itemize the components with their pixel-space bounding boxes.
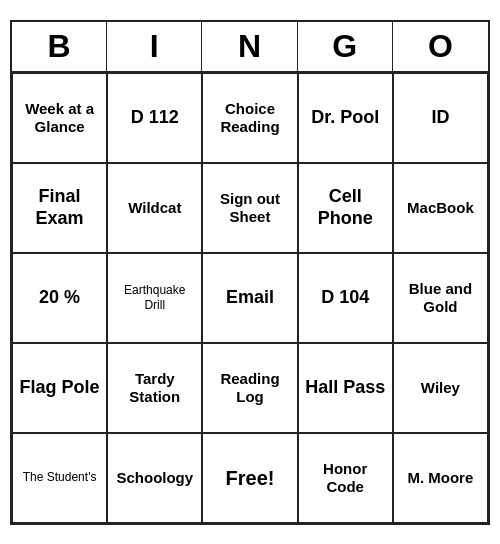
- bingo-cell-15: Flag Pole: [12, 343, 107, 433]
- bingo-card: BINGO Week at a GlanceD 112Choice Readin…: [10, 20, 490, 525]
- bingo-cell-0: Week at a Glance: [12, 73, 107, 163]
- bingo-cell-7: Sign out Sheet: [202, 163, 297, 253]
- bingo-cell-9: MacBook: [393, 163, 488, 253]
- bingo-cell-6: Wildcat: [107, 163, 202, 253]
- bingo-cell-5: Final Exam: [12, 163, 107, 253]
- bingo-cell-19: Wiley: [393, 343, 488, 433]
- bingo-cell-21: Schoology: [107, 433, 202, 523]
- bingo-cell-20: The Student's: [12, 433, 107, 523]
- bingo-cell-3: Dr. Pool: [298, 73, 393, 163]
- header-letter: N: [202, 22, 297, 71]
- bingo-cell-4: ID: [393, 73, 488, 163]
- bingo-cell-13: D 104: [298, 253, 393, 343]
- bingo-cell-24: M. Moore: [393, 433, 488, 523]
- bingo-cell-1: D 112: [107, 73, 202, 163]
- header-letter: I: [107, 22, 202, 71]
- bingo-cell-10: 20 %: [12, 253, 107, 343]
- header-letter: B: [12, 22, 107, 71]
- bingo-grid: Week at a GlanceD 112Choice ReadingDr. P…: [12, 73, 488, 523]
- bingo-header: BINGO: [12, 22, 488, 73]
- bingo-cell-17: Reading Log: [202, 343, 297, 433]
- header-letter: G: [298, 22, 393, 71]
- header-letter: O: [393, 22, 488, 71]
- bingo-cell-23: Honor Code: [298, 433, 393, 523]
- bingo-cell-14: Blue and Gold: [393, 253, 488, 343]
- bingo-cell-8: Cell Phone: [298, 163, 393, 253]
- bingo-cell-12: Email: [202, 253, 297, 343]
- bingo-cell-18: Hall Pass: [298, 343, 393, 433]
- bingo-cell-16: Tardy Station: [107, 343, 202, 433]
- bingo-cell-22: Free!: [202, 433, 297, 523]
- bingo-cell-11: Earthquake Drill: [107, 253, 202, 343]
- bingo-cell-2: Choice Reading: [202, 73, 297, 163]
